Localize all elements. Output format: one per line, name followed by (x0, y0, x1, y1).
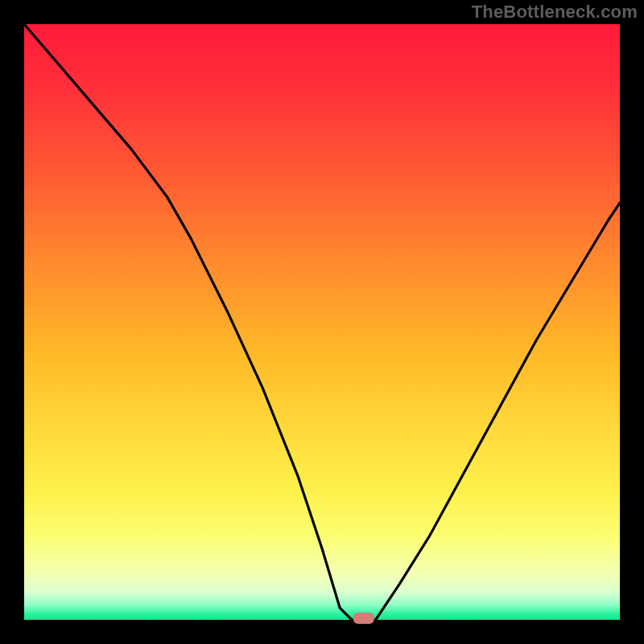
min-marker (353, 613, 374, 624)
watermark-text: TheBottleneck.com (472, 2, 638, 23)
plot-background (24, 24, 620, 620)
chart-svg (0, 0, 644, 644)
